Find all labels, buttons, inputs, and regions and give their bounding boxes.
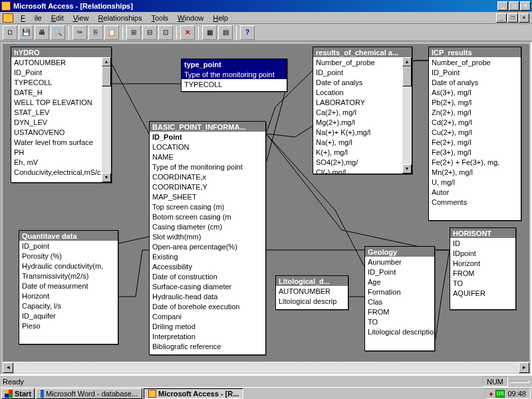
field-row[interactable]: Mn(2+), mg/l	[429, 167, 521, 177]
field-row[interactable]: USTANOVENO	[11, 127, 102, 137]
field-row[interactable]: Formation	[365, 287, 434, 297]
menu-relationships[interactable]: Relationships	[93, 13, 146, 23]
mdi-minimize-button[interactable]: _	[496, 13, 507, 23]
tray-icon[interactable]: ♦	[489, 390, 493, 398]
field-row[interactable]: Hydraulic-head data	[150, 291, 265, 301]
field-row[interactable]: Date of construction	[150, 271, 265, 281]
scroll-down-button[interactable]: ▾	[402, 164, 412, 174]
field-row[interactable]: Cl(-) mg/l	[313, 167, 402, 174]
menu-help[interactable]: Help	[208, 13, 233, 23]
field-row[interactable]: STAT_LEV	[11, 107, 102, 117]
scroll-down-button[interactable]: ▾	[102, 173, 111, 182]
mdi-close-button[interactable]: ✕	[519, 13, 529, 23]
field-row[interactable]: Na(+)+ K(+),mg/l	[313, 127, 402, 137]
table-lito[interactable]: Litological_d...AUTONUMBERLitological de…	[275, 275, 348, 310]
table-header[interactable]: ICP_results	[429, 47, 521, 57]
field-row[interactable]: FROM	[365, 307, 434, 317]
field-row[interactable]: Conducivity,electrical,mS/c	[11, 167, 102, 177]
field-row[interactable]: PH	[11, 147, 102, 157]
scroll-up-button[interactable]: ▴	[102, 57, 111, 66]
field-row[interactable]: Clas	[365, 297, 434, 307]
field-row[interactable]: Botom screen casing (m	[150, 211, 265, 221]
field-row[interactable]: Transmissivity(m2/s)	[19, 271, 118, 281]
field-row[interactable]: Driling metod	[150, 321, 265, 331]
field-row[interactable]: Autor	[429, 187, 521, 197]
table-horisont[interactable]: HORISONTIDIDpointHorizontFROMTOAQUIFER	[450, 227, 516, 310]
table-hydro[interactable]: hYDROAUTONUMBERID_PointTYPECOLLDATE_HWEL…	[11, 47, 112, 183]
table-header[interactable]: BASIC_POINT_INFORMA...	[150, 122, 265, 132]
new-button[interactable]: 🗋	[3, 25, 17, 40]
field-row[interactable]: Porosity (%)	[19, 251, 118, 261]
field-row[interactable]: Number_of_probe	[429, 57, 521, 67]
field-row[interactable]: TO	[365, 317, 434, 327]
horizontal-scrollbar[interactable]: ◂▸	[3, 362, 529, 372]
field-row[interactable]: Litological descrip	[276, 296, 348, 306]
table-header[interactable]: Litological_d...	[276, 276, 348, 286]
field-row[interactable]: AUTONUMBER	[11, 57, 102, 67]
field-row[interactable]: Pieso	[19, 321, 118, 331]
field-row[interactable]: Casing diameter (cm)	[150, 221, 265, 231]
layout-button[interactable]: ▦	[202, 25, 217, 40]
preview-button[interactable]: 🔍	[51, 25, 65, 40]
field-row[interactable]: Zn(2+), mg/l	[429, 107, 521, 117]
field-row[interactable]: COORDINATE,x	[150, 172, 265, 182]
field-row[interactable]: LABORATORY	[313, 97, 402, 107]
field-row[interactable]: Water level from surface	[11, 137, 102, 147]
field-row[interactable]: Horizont	[450, 258, 515, 268]
field-row[interactable]: ID_point	[313, 67, 402, 77]
field-row[interactable]: ID_Point	[429, 67, 521, 77]
scroll-thumb[interactable]	[402, 66, 412, 86]
field-row[interactable]: Type of the monitoring point	[182, 69, 287, 79]
relationships-canvas[interactable]: hYDROAUTONUMBERID_PointTYPECOLLDATE_HWEL…	[3, 44, 529, 362]
field-row[interactable]: ID_point	[19, 241, 118, 251]
minimize-button[interactable]: _	[497, 1, 508, 11]
show-table-button[interactable]: ⊞	[126, 25, 141, 40]
table-geology[interactable]: GeologyAunumberID_PointAgeFormationClasF…	[364, 246, 435, 351]
scroll-thumb[interactable]	[102, 66, 111, 86]
paste-button[interactable]: 📋	[104, 25, 119, 40]
menu-file[interactable]: File	[16, 13, 47, 23]
field-row[interactable]: Comments	[429, 197, 521, 207]
field-row[interactable]: ID_Point	[150, 132, 265, 142]
field-row[interactable]: Capacity, l/s	[19, 301, 118, 311]
menu-tools[interactable]: Tools	[146, 13, 173, 23]
clock[interactable]: 09:48	[507, 390, 526, 398]
field-row[interactable]: ID_Point	[365, 267, 434, 277]
table-scrollbar[interactable]: ▴▾	[102, 57, 111, 182]
field-row[interactable]: As(3+), mg/l	[429, 87, 521, 97]
field-row[interactable]: Date of borehole execution	[150, 301, 265, 311]
field-row[interactable]: Fe(2+), mg/l	[429, 137, 521, 147]
field-row[interactable]: DYN_LEV	[11, 117, 102, 127]
field-row[interactable]: U, mg/l	[429, 177, 521, 187]
table-icp[interactable]: ICP_resultsNumber_of_probeID_PointDate o…	[428, 47, 521, 221]
field-row[interactable]: TO	[450, 278, 515, 288]
field-row[interactable]: AUTONUMBER	[276, 286, 348, 296]
field-row[interactable]: SO4(2+),mg/	[313, 157, 402, 167]
table-header[interactable]: Quantitave data	[19, 231, 118, 241]
field-row[interactable]: NAME	[150, 152, 265, 162]
cut-button[interactable]: ✂	[72, 25, 87, 40]
field-row[interactable]: Location	[313, 87, 402, 97]
field-row[interactable]: Slot width(mm)	[150, 231, 265, 241]
field-row[interactable]: ID_aquifer	[19, 311, 118, 321]
field-row[interactable]: DATE_H	[11, 87, 102, 97]
save-button[interactable]: 💾	[19, 25, 33, 40]
field-row[interactable]: LOCATION	[150, 142, 265, 152]
field-row[interactable]: Age	[365, 277, 434, 287]
field-row[interactable]: Date of analys	[313, 77, 402, 87]
field-row[interactable]: ID_Point	[11, 67, 102, 77]
field-row[interactable]: Na(+), mg/l	[313, 137, 402, 147]
table-header[interactable]: Geology	[365, 247, 434, 257]
close-button[interactable]: ✕	[520, 1, 531, 11]
table-type_point[interactable]: type_pointType of the monitoring pointTY…	[181, 59, 287, 92]
field-row[interactable]: Mg(2+),mg/l	[313, 117, 402, 127]
field-row[interactable]: WELL TOP ELEVATION	[11, 97, 102, 107]
table-quant[interactable]: Quantitave dataID_pointPorosity (%)Hydra…	[19, 230, 118, 344]
field-row[interactable]: Aunumber	[365, 257, 434, 267]
taskbar-task-word[interactable]: Microsoft Word - database...	[36, 388, 142, 399]
field-row[interactable]: Date of measurment	[19, 281, 118, 291]
field-row[interactable]: Existing	[150, 251, 265, 261]
field-row[interactable]: IDpoint	[450, 248, 515, 258]
table-header[interactable]: results_of_chemical a...	[313, 47, 412, 57]
scroll-right-button[interactable]: ▸	[519, 362, 529, 373]
